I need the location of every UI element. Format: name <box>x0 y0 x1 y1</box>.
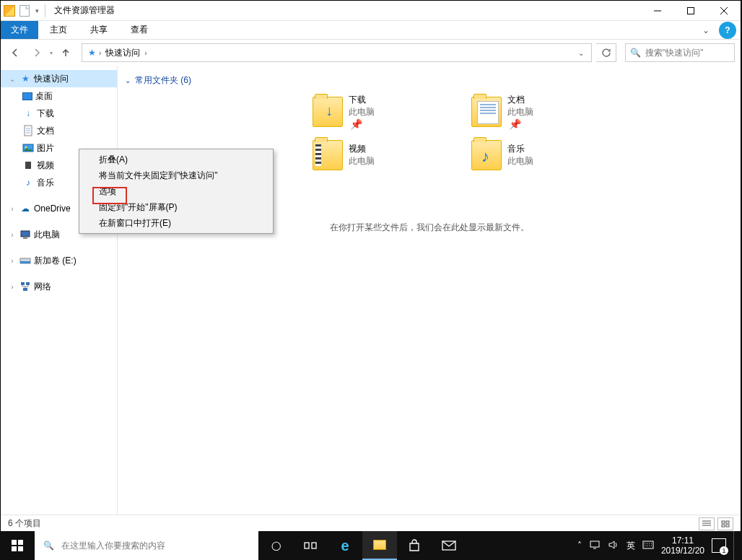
item-sub: 此电脑 <box>349 155 375 167</box>
store-button[interactable] <box>397 531 432 560</box>
action-center-icon[interactable] <box>712 538 726 553</box>
ribbon-expand-icon[interactable]: ⌄ <box>697 21 715 39</box>
folder-documents[interactable]: 文档此电脑📌 <box>471 94 623 130</box>
tab-view[interactable]: 查看 <box>119 21 160 39</box>
status-bar: 6 个项目 <box>1 515 741 532</box>
address-bar-row: ▾ ★ › 快速访问 › ⌄ 🔍 搜索"快速访问" <box>1 40 741 66</box>
tree-label: 新加卷 (E:) <box>34 255 77 267</box>
svg-rect-17 <box>726 525 729 527</box>
svg-rect-16 <box>722 525 725 527</box>
svg-rect-18 <box>305 543 309 548</box>
tree-downloads[interactable]: ↓下载 <box>1 105 117 122</box>
folder-music[interactable]: ♪ 音乐此电脑 <box>471 137 623 173</box>
chevron-down-icon[interactable]: ⌄ <box>8 75 17 83</box>
chevron-right-icon[interactable]: › <box>8 231 17 239</box>
content-pane: ⌄常用文件夹 (6) ↓ 下载此电脑📌 文档此电脑📌 视频此电脑 ♪ 音乐 <box>118 66 741 515</box>
clock[interactable]: 17:11 2019/12/20 <box>661 535 704 556</box>
pc-icon <box>19 229 31 240</box>
breadcrumb[interactable]: ★ › 快速访问 › ⌄ <box>82 43 592 62</box>
quick-access-toolbar: ▾ <box>1 5 40 17</box>
history-dropdown-icon[interactable]: ▾ <box>50 50 53 56</box>
tree-documents[interactable]: 文档 <box>1 122 117 139</box>
item-name: 下载 <box>349 94 375 106</box>
svg-rect-0 <box>688 7 694 14</box>
chevron-right-icon[interactable]: › <box>8 257 17 265</box>
tree-label: 桌面 <box>35 90 53 102</box>
ctx-pin-quick-access[interactable]: 将当前文件夹固定到"快速访问" <box>82 167 271 183</box>
nav-tree: ⌄ ★ 快速访问 桌面 ↓下载 文档 图片 视频 ♪音乐 ›☁OneDrive … <box>1 66 118 515</box>
tree-label: 视频 <box>37 159 54 172</box>
folder-downloads[interactable]: ↓ 下载此电脑📌 <box>313 94 464 130</box>
doc-icon <box>22 125 34 136</box>
taskbar-search[interactable]: 🔍 在这里输入你要搜索的内容 <box>35 531 258 560</box>
svg-rect-12 <box>26 282 30 285</box>
clock-time: 17:11 <box>661 535 704 546</box>
window-title: 文件资源管理器 <box>50 4 115 17</box>
maximize-button[interactable] <box>674 1 707 21</box>
ime-keyboard-icon[interactable] <box>642 541 654 551</box>
qat-dropdown-icon[interactable]: ▾ <box>34 7 40 14</box>
task-view-button[interactable] <box>293 531 328 560</box>
network-tray-icon[interactable] <box>589 540 601 552</box>
help-button[interactable]: ? <box>719 22 736 39</box>
search-input[interactable]: 🔍 搜索"快速访问" <box>625 43 735 62</box>
explorer-button[interactable] <box>362 531 397 560</box>
tree-network[interactable]: ›网络 <box>1 278 117 295</box>
group-title: 常用文件夹 (6) <box>135 74 191 87</box>
properties-icon[interactable] <box>19 5 30 17</box>
chevron-right-icon[interactable]: › <box>8 205 17 213</box>
ctx-options[interactable]: 选项 <box>82 183 271 199</box>
chevron-right-icon[interactable]: › <box>144 49 147 57</box>
svg-rect-5 <box>24 162 25 169</box>
star-icon: ★ <box>88 48 96 58</box>
picture-icon <box>22 142 34 154</box>
drive-icon <box>19 255 31 266</box>
start-button[interactable] <box>0 531 35 560</box>
svg-rect-22 <box>643 541 653 548</box>
chevron-right-icon[interactable]: › <box>8 283 17 291</box>
svg-rect-15 <box>726 521 729 523</box>
svg-rect-7 <box>21 231 30 237</box>
cortana-button[interactable]: ◯ <box>258 531 293 560</box>
ctx-open-new-window[interactable]: 在新窗口中打开(E) <box>82 215 271 231</box>
minimize-button[interactable] <box>641 1 674 21</box>
folder-videos[interactable]: 视频此电脑 <box>313 137 464 173</box>
close-button[interactable] <box>707 1 741 21</box>
system-tray: ˄ 英 17:11 2019/12/20 <box>577 531 742 560</box>
svg-rect-11 <box>21 282 25 285</box>
refresh-button[interactable] <box>596 43 616 62</box>
video-icon <box>22 159 34 171</box>
view-details-button[interactable] <box>699 517 715 530</box>
view-large-button[interactable] <box>717 517 733 530</box>
tree-desktop[interactable]: 桌面 <box>1 87 117 105</box>
tree-label: 下载 <box>37 108 54 120</box>
tree-quick-access[interactable]: ⌄ ★ 快速访问 <box>1 70 117 87</box>
breadcrumb-segment[interactable]: 快速访问 <box>101 47 144 59</box>
ime-indicator[interactable]: 英 <box>627 540 635 552</box>
up-button[interactable] <box>57 44 74 61</box>
tray-overflow-icon[interactable]: ˄ <box>577 541 582 551</box>
tree-label: OneDrive <box>34 204 71 214</box>
forward-button[interactable] <box>28 44 45 61</box>
separator <box>45 4 45 17</box>
back-button[interactable] <box>6 44 24 61</box>
edge-button[interactable]: e <box>328 531 362 560</box>
tab-share[interactable]: 共享 <box>79 21 119 39</box>
tree-label: 快速访问 <box>34 73 69 85</box>
tree-volume-e[interactable]: ›新加卷 (E:) <box>1 252 117 269</box>
ctx-collapse[interactable]: 折叠(A) <box>82 152 271 167</box>
file-tab[interactable]: 文件 <box>1 21 38 39</box>
show-desktop-button[interactable] <box>733 531 738 560</box>
tree-label: 图片 <box>37 142 54 154</box>
group-header-folders[interactable]: ⌄常用文件夹 (6) <box>125 71 733 89</box>
context-menu: 折叠(A) 将当前文件夹固定到"快速访问" 选项 固定到"开始"屏幕(P) 在新… <box>79 149 274 234</box>
item-count: 6 个项目 <box>8 517 41 530</box>
chevron-down-icon[interactable]: ⌄ <box>574 49 588 57</box>
mail-button[interactable] <box>432 531 466 560</box>
item-name: 文档 <box>507 94 533 106</box>
volume-tray-icon[interactable] <box>608 540 619 552</box>
tab-home[interactable]: 主页 <box>38 21 79 39</box>
item-sub: 此电脑 <box>349 106 375 118</box>
desktop-icon <box>22 92 32 100</box>
ctx-pin-start[interactable]: 固定到"开始"屏幕(P) <box>82 199 271 215</box>
